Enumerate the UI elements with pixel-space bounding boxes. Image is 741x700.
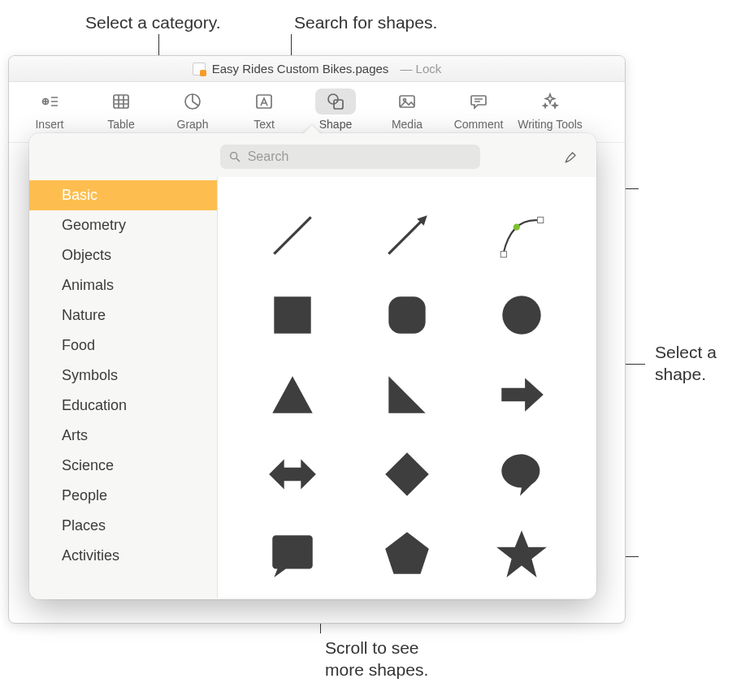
popover-header xyxy=(29,133,596,177)
svg-rect-28 xyxy=(388,296,425,333)
svg-marker-32 xyxy=(502,378,544,411)
category-arts[interactable]: Arts xyxy=(29,421,217,451)
category-places[interactable]: Places xyxy=(29,511,217,541)
shape-right-triangle[interactable] xyxy=(355,356,458,434)
svg-rect-6 xyxy=(114,95,128,108)
svg-marker-34 xyxy=(385,452,429,496)
svg-marker-31 xyxy=(388,376,425,413)
insert-button[interactable]: Insert xyxy=(17,89,82,131)
annotation-select-shape: Select a shape. xyxy=(655,341,717,386)
comment-icon xyxy=(469,92,488,111)
svg-rect-25 xyxy=(538,217,544,223)
shape-callout-square[interactable] xyxy=(240,515,344,593)
category-food[interactable]: Food xyxy=(29,331,217,361)
category-activities[interactable]: Activities xyxy=(29,541,217,571)
svg-point-19 xyxy=(230,153,236,159)
text-button[interactable]: Text xyxy=(232,89,297,131)
category-symbols[interactable]: Symbols xyxy=(29,361,217,391)
search-wrap xyxy=(220,145,480,169)
titlebar: Easy Rides Custom Bikes.pages — Lock xyxy=(9,56,625,82)
document-icon xyxy=(193,63,206,76)
annotation-category: Select a category. xyxy=(85,11,221,33)
svg-rect-27 xyxy=(274,296,310,333)
shape-triangle[interactable] xyxy=(240,356,344,434)
shape-curve[interactable] xyxy=(470,197,574,274)
insert-icon xyxy=(40,92,59,111)
pen-icon xyxy=(563,149,579,165)
toolbar-label: Table xyxy=(107,118,134,131)
category-science[interactable]: Science xyxy=(29,451,217,481)
svg-line-20 xyxy=(236,158,240,162)
svg-marker-30 xyxy=(272,376,313,413)
svg-line-21 xyxy=(274,217,310,253)
shape-speech-bubble[interactable] xyxy=(470,435,574,513)
toolbar-label: Shape xyxy=(319,118,352,131)
toolbar-label: Media xyxy=(392,118,422,131)
annotation-scroll: Scroll to see more shapes. xyxy=(325,637,428,681)
search-icon xyxy=(228,150,241,163)
shape-double-arrow[interactable] xyxy=(240,435,344,513)
toolbar-label: Insert xyxy=(35,118,63,131)
toolbar-label: Comment xyxy=(454,118,504,131)
svg-marker-33 xyxy=(269,459,316,489)
toolbar-label: Text xyxy=(254,118,275,131)
category-objects[interactable]: Objects xyxy=(29,240,217,270)
shape-pentagon[interactable] xyxy=(355,515,458,593)
table-icon xyxy=(111,92,131,111)
svg-point-29 xyxy=(503,296,541,334)
svg-rect-24 xyxy=(501,252,507,257)
svg-point-26 xyxy=(514,224,520,231)
shape-grid[interactable] xyxy=(218,177,596,598)
search-input[interactable] xyxy=(220,145,480,169)
writing-tools-icon xyxy=(540,92,560,111)
svg-marker-35 xyxy=(385,532,429,574)
category-people[interactable]: People xyxy=(29,481,217,511)
media-icon xyxy=(397,92,417,111)
category-animals[interactable]: Animals xyxy=(29,270,217,300)
graph-icon xyxy=(183,92,202,111)
category-nature[interactable]: Nature xyxy=(29,300,217,331)
shape-arrow-line[interactable] xyxy=(355,197,458,274)
annotation-search: Search for shapes. xyxy=(294,11,437,33)
svg-marker-36 xyxy=(496,530,547,577)
writing-tools-button[interactable]: Writing Tools xyxy=(518,89,583,131)
category-list[interactable]: Basic Geometry Objects Animals Nature Fo… xyxy=(29,177,218,598)
text-icon xyxy=(254,92,274,111)
shapes-popover: Basic Geometry Objects Animals Nature Fo… xyxy=(29,133,596,599)
lock-label: — Lock xyxy=(400,62,441,76)
comment-button[interactable]: Comment xyxy=(446,89,511,131)
svg-rect-14 xyxy=(334,100,343,109)
callout-line xyxy=(622,364,645,365)
category-education[interactable]: Education xyxy=(29,391,217,421)
shape-square[interactable] xyxy=(240,276,344,354)
graph-button[interactable]: Graph xyxy=(160,89,225,131)
media-button[interactable]: Media xyxy=(375,89,440,131)
svg-point-13 xyxy=(328,94,338,104)
shape-rounded-square[interactable] xyxy=(355,276,458,354)
table-button[interactable]: Table xyxy=(89,89,154,131)
shape-line[interactable] xyxy=(240,197,344,274)
shape-icon xyxy=(326,92,345,111)
toolbar-label: Graph xyxy=(177,118,209,131)
document-title: Easy Rides Custom Bikes.pages xyxy=(212,62,389,76)
category-basic[interactable]: Basic xyxy=(29,180,217,210)
toolbar-label: Writing Tools xyxy=(518,118,583,131)
shape-star[interactable] xyxy=(470,515,574,593)
shape-right-arrow[interactable] xyxy=(470,356,574,434)
pen-tool-button[interactable] xyxy=(561,146,582,167)
svg-line-22 xyxy=(388,220,422,253)
category-geometry[interactable]: Geometry xyxy=(29,210,217,240)
shape-diamond[interactable] xyxy=(355,435,458,513)
shape-circle[interactable] xyxy=(470,276,574,354)
